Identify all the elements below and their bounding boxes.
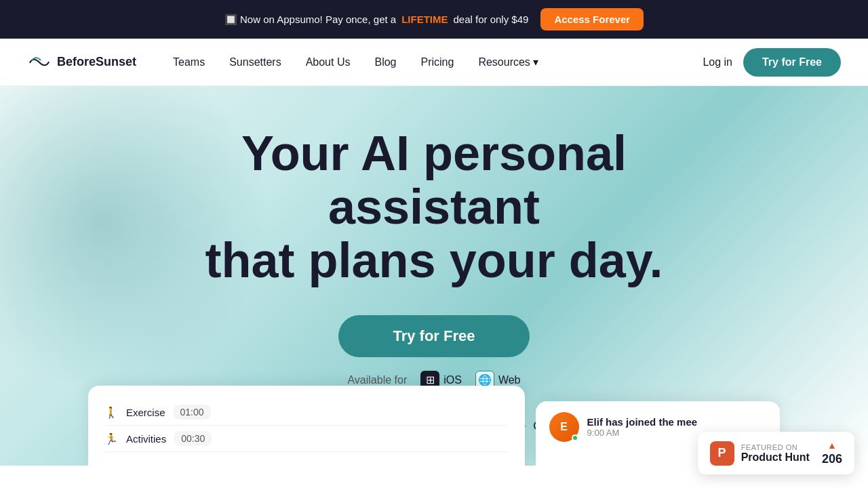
ios-label: iOS — [443, 374, 462, 386]
table-row: 🚶 Exercise 01:00 — [104, 399, 509, 426]
nav-links: Teams Sunsetters About Us Blog Pricing R… — [163, 50, 703, 74]
banner-lifetime: LIFETIME — [401, 14, 448, 25]
ph-vote-count: 206 — [822, 452, 842, 466]
nav-pricing[interactable]: Pricing — [411, 51, 463, 74]
task-time2: 00:30 — [174, 431, 212, 446]
product-hunt-badge[interactable]: P FEATURED ON Product Hunt ▲ 206 — [698, 432, 854, 474]
product-hunt-text: FEATURED ON Product Hunt — [741, 443, 810, 464]
web-label: Web — [498, 374, 521, 386]
table-row: 🏃 Activities 00:30 — [104, 426, 509, 452]
hero-cta-button[interactable]: Try for Free — [338, 315, 529, 357]
task-name: Exercise — [126, 407, 165, 418]
logo[interactable]: BeforeSunset — [27, 54, 136, 70]
product-hunt-votes: ▲ 206 — [822, 440, 842, 466]
task-name2: Activities — [126, 433, 166, 445]
online-indicator — [572, 434, 578, 441]
hero-title-line1: Your AI personal assistant — [241, 126, 627, 234]
upvote-arrow-icon: ▲ — [827, 440, 837, 451]
nav-teams[interactable]: Teams — [163, 51, 214, 74]
ph-featured-label: FEATURED ON — [741, 443, 810, 451]
product-hunt-logo: P — [710, 441, 734, 466]
task-emoji2: 🏃 — [104, 432, 118, 445]
hero-title: Your AI personal assistant that plans yo… — [129, 127, 739, 288]
hero-title-line2: that plans your day. — [205, 233, 663, 287]
task-card: 🚶 Exercise 01:00 🏃 Activities 00:30 — [88, 386, 525, 466]
notification-name: Elif has joined the mee — [587, 416, 766, 428]
avatar: E — [549, 412, 579, 442]
login-button[interactable]: Log in — [703, 56, 732, 68]
top-banner: 🔲 Now on Appsumo! Pay once, get a LIFETI… — [0, 0, 868, 39]
hero-section: Your AI personal assistant that plans yo… — [0, 86, 868, 466]
nav-sunsetters[interactable]: Sunsetters — [220, 51, 290, 74]
chevron-down-icon: ▾ — [533, 56, 538, 68]
logo-text: BeforeSunset — [57, 55, 136, 69]
task-emoji: 🚶 — [104, 406, 118, 419]
task-time: 01:00 — [174, 405, 211, 420]
nav-resources[interactable]: Resources ▾ — [469, 50, 547, 74]
banner-text-post: deal for only $49 — [453, 14, 528, 25]
ph-name: Product Hunt — [741, 451, 810, 464]
nav-about[interactable]: About Us — [296, 51, 360, 74]
banner-text-pre: 🔲 Now on Appsumo! Pay once, get a — [224, 14, 396, 26]
nav-try-free-button[interactable]: Try for Free — [743, 48, 841, 77]
nav-right: Log in Try for Free — [703, 48, 841, 77]
nav-blog[interactable]: Blog — [365, 51, 406, 74]
navigation: BeforeSunset Teams Sunsetters About Us B… — [0, 39, 868, 86]
available-for-label: Available for — [347, 374, 407, 386]
access-forever-button[interactable]: Access Forever — [540, 8, 644, 30]
